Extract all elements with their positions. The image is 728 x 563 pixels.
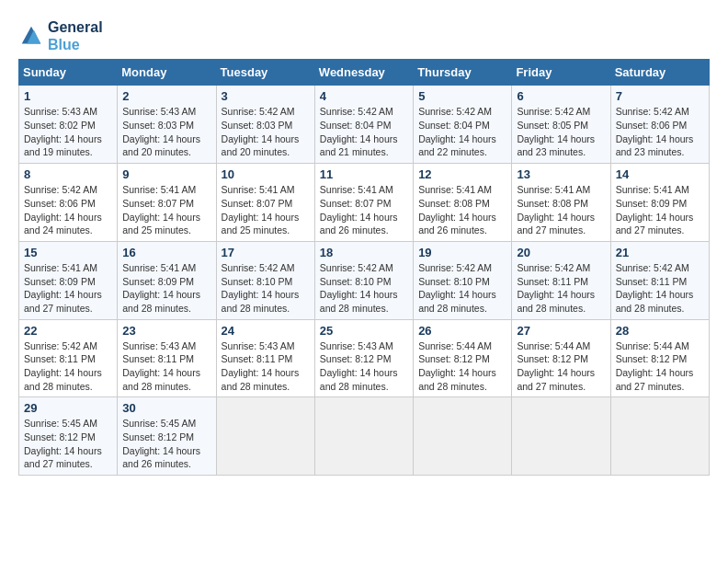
day-number: 18 bbox=[320, 246, 408, 259]
day-detail: Sunrise: 5:43 AM Sunset: 8:12 PM Dayligh… bbox=[320, 339, 408, 394]
calendar-cell: 10Sunrise: 5:41 AM Sunset: 8:07 PM Dayli… bbox=[216, 164, 314, 242]
day-detail: Sunrise: 5:41 AM Sunset: 8:07 PM Dayligh… bbox=[222, 183, 310, 237]
day-number: 17 bbox=[222, 246, 310, 259]
day-number: 21 bbox=[616, 246, 704, 259]
day-detail: Sunrise: 5:42 AM Sunset: 8:05 PM Dayligh… bbox=[517, 105, 605, 159]
calendar-cell: 11Sunrise: 5:41 AM Sunset: 8:07 PM Dayli… bbox=[314, 164, 413, 242]
day-number: 11 bbox=[320, 167, 408, 181]
day-detail: Sunrise: 5:44 AM Sunset: 8:12 PM Dayligh… bbox=[517, 339, 605, 394]
day-header-monday: Monday bbox=[118, 60, 216, 86]
day-number: 12 bbox=[418, 167, 506, 181]
day-detail: Sunrise: 5:43 AM Sunset: 8:11 PM Dayligh… bbox=[122, 339, 210, 394]
calendar-cell: 27Sunrise: 5:44 AM Sunset: 8:12 PM Dayli… bbox=[512, 319, 610, 397]
day-number: 10 bbox=[222, 167, 310, 181]
day-number: 25 bbox=[320, 324, 408, 338]
logo-text: General Blue bbox=[48, 18, 103, 53]
day-header-friday: Friday bbox=[512, 60, 610, 86]
calendar-cell: 24Sunrise: 5:43 AM Sunset: 8:11 PM Dayli… bbox=[216, 319, 314, 397]
calendar-cell: 22Sunrise: 5:42 AM Sunset: 8:11 PM Dayli… bbox=[19, 319, 118, 397]
day-detail: Sunrise: 5:42 AM Sunset: 8:04 PM Dayligh… bbox=[320, 105, 408, 159]
calendar-cell: 20Sunrise: 5:42 AM Sunset: 8:11 PM Dayli… bbox=[512, 241, 610, 319]
day-detail: Sunrise: 5:43 AM Sunset: 8:02 PM Dayligh… bbox=[24, 105, 112, 159]
calendar-cell: 3Sunrise: 5:42 AM Sunset: 8:03 PM Daylig… bbox=[216, 86, 314, 164]
calendar-cell: 25Sunrise: 5:43 AM Sunset: 8:12 PM Dayli… bbox=[314, 319, 413, 397]
calendar-cell bbox=[314, 397, 413, 476]
day-detail: Sunrise: 5:44 AM Sunset: 8:12 PM Dayligh… bbox=[616, 339, 704, 394]
day-detail: Sunrise: 5:45 AM Sunset: 8:12 PM Dayligh… bbox=[24, 417, 112, 471]
day-number: 13 bbox=[517, 167, 605, 181]
calendar-cell: 23Sunrise: 5:43 AM Sunset: 8:11 PM Dayli… bbox=[118, 319, 216, 397]
day-detail: Sunrise: 5:42 AM Sunset: 8:03 PM Dayligh… bbox=[222, 105, 310, 159]
calendar-cell: 29Sunrise: 5:45 AM Sunset: 8:12 PM Dayli… bbox=[19, 397, 118, 476]
day-number: 2 bbox=[122, 89, 210, 103]
calendar-cell bbox=[610, 397, 709, 476]
day-header-saturday: Saturday bbox=[610, 60, 709, 86]
day-detail: Sunrise: 5:41 AM Sunset: 8:08 PM Dayligh… bbox=[517, 183, 605, 237]
day-number: 19 bbox=[418, 246, 506, 259]
calendar-cell bbox=[414, 397, 512, 476]
calendar-cell: 4Sunrise: 5:42 AM Sunset: 8:04 PM Daylig… bbox=[314, 86, 413, 164]
calendar-cell: 8Sunrise: 5:42 AM Sunset: 8:06 PM Daylig… bbox=[19, 164, 118, 242]
day-detail: Sunrise: 5:43 AM Sunset: 8:11 PM Dayligh… bbox=[222, 339, 310, 394]
day-number: 5 bbox=[418, 89, 506, 103]
day-detail: Sunrise: 5:42 AM Sunset: 8:11 PM Dayligh… bbox=[616, 261, 704, 316]
calendar-cell: 12Sunrise: 5:41 AM Sunset: 8:08 PM Dayli… bbox=[414, 164, 512, 242]
calendar-cell: 14Sunrise: 5:41 AM Sunset: 8:09 PM Dayli… bbox=[610, 164, 709, 242]
calendar-cell: 9Sunrise: 5:41 AM Sunset: 8:07 PM Daylig… bbox=[118, 164, 216, 242]
calendar-cell: 13Sunrise: 5:41 AM Sunset: 8:08 PM Dayli… bbox=[512, 164, 610, 242]
day-number: 8 bbox=[24, 167, 112, 181]
calendar-cell: 1Sunrise: 5:43 AM Sunset: 8:02 PM Daylig… bbox=[19, 86, 118, 164]
day-number: 1 bbox=[24, 89, 112, 103]
calendar-cell: 2Sunrise: 5:43 AM Sunset: 8:03 PM Daylig… bbox=[118, 86, 216, 164]
day-number: 20 bbox=[517, 246, 605, 259]
day-detail: Sunrise: 5:41 AM Sunset: 8:09 PM Dayligh… bbox=[122, 261, 210, 316]
day-detail: Sunrise: 5:42 AM Sunset: 8:10 PM Dayligh… bbox=[418, 261, 506, 316]
day-detail: Sunrise: 5:42 AM Sunset: 8:06 PM Dayligh… bbox=[24, 183, 112, 237]
day-number: 30 bbox=[122, 401, 210, 415]
day-number: 7 bbox=[616, 89, 704, 103]
calendar-cell: 26Sunrise: 5:44 AM Sunset: 8:12 PM Dayli… bbox=[414, 319, 512, 397]
day-detail: Sunrise: 5:42 AM Sunset: 8:06 PM Dayligh… bbox=[616, 105, 704, 159]
calendar-cell: 18Sunrise: 5:42 AM Sunset: 8:10 PM Dayli… bbox=[314, 241, 413, 319]
logo: General Blue bbox=[18, 18, 103, 53]
calendar-cell: 7Sunrise: 5:42 AM Sunset: 8:06 PM Daylig… bbox=[610, 86, 709, 164]
day-number: 3 bbox=[222, 89, 310, 103]
day-header-thursday: Thursday bbox=[414, 60, 512, 86]
day-number: 22 bbox=[24, 324, 112, 338]
logo-icon bbox=[18, 23, 44, 49]
calendar-cell: 19Sunrise: 5:42 AM Sunset: 8:10 PM Dayli… bbox=[414, 241, 512, 319]
day-header-sunday: Sunday bbox=[19, 60, 118, 86]
day-number: 14 bbox=[616, 167, 704, 181]
calendar-container: General Blue SundayMondayTuesdayWednesda… bbox=[18, 18, 710, 476]
calendar-cell: 28Sunrise: 5:44 AM Sunset: 8:12 PM Dayli… bbox=[610, 319, 709, 397]
calendar-cell bbox=[216, 397, 314, 476]
calendar-table: SundayMondayTuesdayWednesdayThursdayFrid… bbox=[18, 59, 710, 476]
day-detail: Sunrise: 5:41 AM Sunset: 8:07 PM Dayligh… bbox=[320, 183, 408, 237]
day-detail: Sunrise: 5:42 AM Sunset: 8:10 PM Dayligh… bbox=[222, 261, 310, 316]
day-number: 27 bbox=[517, 324, 605, 338]
calendar-cell: 16Sunrise: 5:41 AM Sunset: 8:09 PM Dayli… bbox=[118, 241, 216, 319]
day-detail: Sunrise: 5:42 AM Sunset: 8:04 PM Dayligh… bbox=[418, 105, 506, 159]
day-detail: Sunrise: 5:42 AM Sunset: 8:11 PM Dayligh… bbox=[24, 339, 112, 394]
calendar-cell: 21Sunrise: 5:42 AM Sunset: 8:11 PM Dayli… bbox=[610, 241, 709, 319]
day-number: 28 bbox=[616, 324, 704, 338]
day-number: 15 bbox=[24, 246, 112, 259]
calendar-cell: 17Sunrise: 5:42 AM Sunset: 8:10 PM Dayli… bbox=[216, 241, 314, 319]
day-number: 23 bbox=[122, 324, 210, 338]
day-number: 4 bbox=[320, 89, 408, 103]
day-number: 24 bbox=[222, 324, 310, 338]
day-detail: Sunrise: 5:41 AM Sunset: 8:09 PM Dayligh… bbox=[616, 183, 704, 237]
calendar-cell: 15Sunrise: 5:41 AM Sunset: 8:09 PM Dayli… bbox=[19, 241, 118, 319]
day-detail: Sunrise: 5:45 AM Sunset: 8:12 PM Dayligh… bbox=[122, 417, 210, 471]
header-row: General Blue bbox=[18, 18, 710, 53]
day-header-tuesday: Tuesday bbox=[216, 60, 314, 86]
calendar-cell: 6Sunrise: 5:42 AM Sunset: 8:05 PM Daylig… bbox=[512, 86, 610, 164]
day-number: 6 bbox=[517, 89, 605, 103]
day-number: 16 bbox=[122, 246, 210, 259]
day-header-wednesday: Wednesday bbox=[314, 60, 413, 86]
day-number: 29 bbox=[24, 401, 112, 415]
day-detail: Sunrise: 5:44 AM Sunset: 8:12 PM Dayligh… bbox=[418, 339, 506, 394]
day-detail: Sunrise: 5:42 AM Sunset: 8:11 PM Dayligh… bbox=[517, 261, 605, 316]
day-detail: Sunrise: 5:41 AM Sunset: 8:07 PM Dayligh… bbox=[122, 183, 210, 237]
day-detail: Sunrise: 5:43 AM Sunset: 8:03 PM Dayligh… bbox=[122, 105, 210, 159]
